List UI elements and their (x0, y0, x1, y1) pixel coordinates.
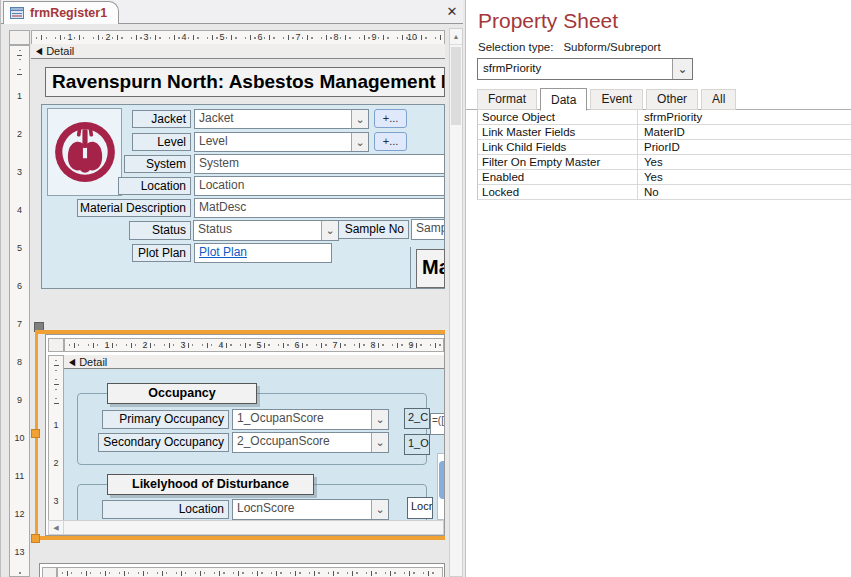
level-combobox-value: Level (195, 133, 351, 151)
primary-occupancy-dropdown-icon[interactable]: ⌄ (371, 410, 388, 429)
property-value-cell[interactable]: MaterID (638, 125, 851, 139)
logo-image-frame[interactable] (47, 108, 122, 196)
status-label[interactable]: Status (129, 221, 191, 240)
property-row[interactable]: Link Master Fields MaterID (478, 125, 851, 140)
section-collapse-icon: ◀ (36, 46, 42, 57)
location-score-value: LocnScore (233, 500, 371, 519)
subform-vscroll-thumb[interactable] (439, 461, 445, 499)
clipped-box-locn[interactable]: Locn (407, 497, 433, 519)
object-selector-dropdown-icon[interactable]: ⌄ (672, 59, 692, 79)
occupancy-header[interactable]: Occupancy (107, 383, 257, 404)
detail-section-bar[interactable]: ◀ Detail (31, 44, 445, 59)
subform-ruler-corner-box[interactable] (48, 338, 64, 352)
designer-vscroll-thumb[interactable] (451, 47, 461, 125)
status-dropdown-icon[interactable]: ⌄ (321, 221, 338, 240)
property-name-cell[interactable]: Locked (478, 185, 638, 199)
primary-occupancy-label[interactable]: Primary Occupancy (102, 410, 229, 429)
level-combobox[interactable]: Level ⌄ (194, 132, 369, 152)
clipped-box-2c[interactable]: 2_C (404, 408, 430, 429)
document-tab-frmRegister1[interactable]: frmRegister1 (3, 1, 119, 24)
tab-event[interactable]: Event (590, 89, 643, 110)
property-name-cell[interactable]: Link Master Fields (478, 125, 638, 139)
location-score-label[interactable]: Location (102, 500, 229, 519)
subform-section-collapse-icon: ◀ (69, 356, 75, 367)
level-label[interactable]: Level (132, 133, 191, 151)
property-row[interactable]: Source Object sfrmPriority (478, 110, 851, 125)
material-description-textbox[interactable]: MatDesc (194, 198, 445, 218)
form-designer-window: frmRegister1 ✕ 1234567891011 12345678910… (0, 0, 463, 577)
property-row[interactable]: Enabled Yes (478, 170, 851, 185)
subform-horizontal-scrollbar[interactable]: ◀ (48, 520, 444, 535)
object-selector-combobox[interactable]: sfrmPriority ⌄ (477, 58, 693, 80)
plot-plan-hyperlink-box[interactable]: Plot Plan (194, 243, 332, 263)
clipped-box-1o[interactable]: 1_O (404, 434, 430, 455)
form-icon (10, 7, 24, 19)
tab-other[interactable]: Other (646, 89, 698, 110)
horizontal-ruler-numbers: 1234567891011 (32, 31, 444, 44)
secondary-occupancy-dropdown-icon[interactable]: ⌄ (371, 433, 388, 452)
material-description-label[interactable]: Material Description (77, 199, 191, 217)
tab-all[interactable]: All (701, 89, 736, 110)
level-dropdown-icon[interactable]: ⌄ (351, 133, 368, 151)
property-row[interactable]: Link Child Fields PriorID (478, 140, 851, 155)
jacket-dropdown-icon[interactable]: ⌄ (351, 110, 368, 128)
tab-data[interactable]: Data (540, 88, 587, 111)
jacket-add-button[interactable]: +... (374, 109, 407, 128)
secondary-occupancy-label[interactable]: Secondary Occupancy (98, 433, 229, 452)
system-label[interactable]: System (124, 155, 191, 173)
status-combobox[interactable]: Status ⌄ (193, 220, 339, 241)
sample-no-label[interactable]: Sample No (338, 220, 409, 239)
clipped-groupbox-edge (410, 247, 411, 289)
property-name-cell[interactable]: Source Object (478, 110, 638, 124)
subform-hscroll-left-arrow-icon[interactable]: ◀ (49, 521, 64, 534)
partial-header-box[interactable]: Ma (416, 249, 445, 288)
property-sheet-panel: Property Sheet Selection type: Subform/S… (466, 0, 851, 577)
jacket-combobox[interactable]: Jacket ⌄ (194, 109, 369, 129)
plot-plan-label[interactable]: Plot Plan (132, 244, 191, 262)
subform-detail-section-bar[interactable]: ◀ Detail (64, 355, 444, 369)
subform-resize-handle-left[interactable] (31, 429, 40, 438)
location-label[interactable]: Location (118, 177, 191, 195)
subform-resize-handle-bottomleft[interactable] (31, 534, 40, 543)
selection-type-line: Selection type: Subform/Subreport (478, 41, 661, 53)
property-row[interactable]: Locked No (478, 185, 851, 200)
property-row[interactable]: Filter On Empty Master Yes (478, 155, 851, 170)
designer-vscroll-up-arrow-icon[interactable]: ▲ (450, 29, 462, 45)
property-name-cell[interactable]: Filter On Empty Master (478, 155, 638, 169)
location-score-combobox[interactable]: LocnScore ⌄ (232, 499, 389, 520)
property-value-cell[interactable]: Yes (638, 155, 851, 169)
system-textbox[interactable]: System (194, 154, 445, 174)
clipped-expression-box[interactable]: =([1 (430, 413, 445, 435)
property-sheet-tabs: Format Data Event Other All (477, 87, 851, 110)
secondary-occupancy-combobox[interactable]: 2_OccupanScore ⌄ (232, 432, 389, 453)
designer-vertical-scrollbar[interactable]: ▲ (449, 28, 463, 577)
close-icon[interactable]: ✕ (442, 2, 462, 21)
ruler-corner-box[interactable] (9, 30, 30, 45)
property-grid: Source Object sfrmPriority Link Master F… (477, 110, 851, 200)
level-add-button[interactable]: +... (374, 132, 407, 151)
vertical-ruler-numbers: 12345678910111213 (10, 46, 29, 576)
tab-format[interactable]: Format (477, 89, 537, 110)
status-combobox-value: Status (194, 221, 321, 240)
location-score-dropdown-icon[interactable]: ⌄ (371, 500, 388, 519)
property-name-cell[interactable]: Link Child Fields (478, 140, 638, 154)
property-value-cell[interactable]: PriorID (638, 140, 851, 154)
disturbance-header[interactable]: Likelyhood of Disturbance (107, 474, 314, 495)
tab-label: frmRegister1 (30, 6, 107, 20)
primary-occupancy-combobox[interactable]: 1_OcupanScore ⌄ (232, 409, 389, 430)
property-value-cell[interactable]: No (638, 185, 851, 199)
plot-plan-hyperlink[interactable]: Plot Plan (199, 245, 247, 259)
subform-selection-border-bottom[interactable] (37, 536, 445, 540)
form-title-label[interactable]: Ravenspurn North: Asbestos Management Da… (45, 67, 445, 97)
location-textbox[interactable]: Location (194, 176, 445, 196)
document-tab-bar: frmRegister1 ✕ (1, 0, 464, 24)
subform-vertical-ruler: 123 (48, 355, 64, 535)
subform-vertical-scrollbar[interactable] (437, 453, 445, 520)
property-value-cell[interactable]: sfrmPriority (638, 110, 851, 124)
property-name-cell[interactable]: Enabled (478, 170, 638, 184)
sample-no-textbox[interactable]: Sample (411, 219, 445, 240)
jacket-label[interactable]: Jacket (132, 110, 191, 128)
next-subform-fragment[interactable] (39, 563, 445, 577)
property-value-cell[interactable]: Yes (638, 170, 851, 184)
subform-sfrmPriority[interactable]: 12345678910 123 ◀ Detail Occupancy Prima… (45, 334, 445, 536)
